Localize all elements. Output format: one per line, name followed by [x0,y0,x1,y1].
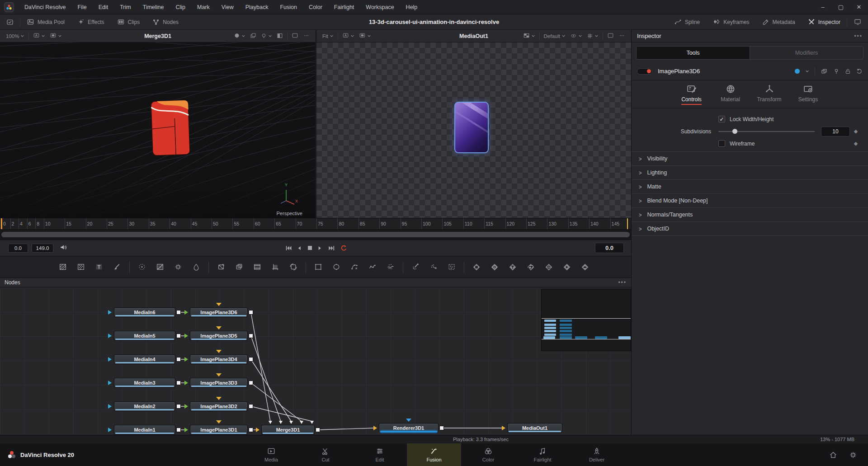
loop-button[interactable] [340,245,347,251]
section-lighting[interactable]: >Lighting [632,166,868,180]
left-viewer-channel-a-button[interactable] [31,30,47,42]
ui-layout-toggle[interactable] [0,14,20,29]
left-viewer-options-button[interactable] [301,30,312,42]
right-output-viewport[interactable] [316,42,631,218]
text-plus-tool[interactable] [93,261,105,273]
brightness-contrast-tool[interactable] [172,261,184,273]
subtab-material[interactable]: Material [713,84,748,108]
section-visibility[interactable]: >Visibility [632,152,868,166]
stop-button[interactable] [307,245,313,251]
maximize-button[interactable]: ▢ [832,0,850,14]
nodes-button[interactable]: Nodes [146,14,185,30]
lock-icon[interactable] [845,68,851,75]
lock-width-height-checkbox[interactable]: ✓ [718,116,725,122]
scrollbar-handle[interactable] [1,232,630,237]
menu-file[interactable]: File [71,0,92,14]
node-imageplane3d6[interactable]: ImagePlane3D6 [190,307,248,317]
pemitter-tool[interactable] [410,261,421,273]
node-imageplane3d2[interactable]: ImagePlane3D2 [190,401,248,411]
color-corrector-tool[interactable] [136,261,148,273]
node-mediain6[interactable]: MediaIn6 [114,307,175,317]
close-button[interactable]: ✕ [850,0,868,14]
letterbox-tool[interactable] [251,261,263,273]
node-mediain5[interactable]: MediaIn5 [114,331,175,341]
rectangle-mask-tool[interactable] [312,261,324,273]
node-merge3d1[interactable]: Merge3D1 [261,425,315,435]
inspector-options-button[interactable]: ••• [854,33,863,39]
menu-mark[interactable]: Mark [191,0,216,14]
node-renderer3d1[interactable]: Renderer3D1 [379,423,439,433]
menu-fairlight[interactable]: Fairlight [328,0,360,14]
subdivisions-value[interactable]: 10 [821,127,850,137]
left-viewer-zoom-select[interactable]: 100% [4,30,27,42]
minimize-button[interactable]: – [814,0,832,14]
right-viewer-frame-button[interactable] [605,30,616,42]
panel-layout-button[interactable] [847,14,868,29]
page-tab-color[interactable]: Color [461,443,515,466]
right-viewer-options-button[interactable] [616,30,627,42]
right-viewer-channel-a-button[interactable] [340,30,357,42]
merge-3d-tool[interactable] [525,261,537,273]
menu-clip[interactable]: Clip [170,0,192,14]
dve-tool[interactable] [233,261,245,273]
media-pool-button[interactable]: Media Pool [20,14,71,30]
text-3d-tool[interactable] [507,261,519,273]
clips-button[interactable]: Clips [111,14,146,30]
shape-3d-tool[interactable] [489,261,500,273]
right-viewer-fill-button[interactable] [357,30,373,42]
resize-tool[interactable] [288,261,299,273]
node-graph-minimap[interactable] [541,289,631,351]
node-graph[interactable]: MediaIn6MediaIn5MediaIn4MediaIn3MediaIn2… [0,287,631,435]
right-viewer-fit-select[interactable]: Fit [320,30,336,42]
crop-tool[interactable] [269,261,281,273]
node-enable-toggle[interactable] [637,68,652,75]
paint-tool[interactable] [111,261,123,273]
menu-workspace[interactable]: Workspace [360,0,400,14]
magic-wand-mask-tool[interactable] [385,261,396,273]
node-color-dropdown[interactable] [805,69,809,73]
bspline-mask-tool[interactable] [367,261,378,273]
menu-playback[interactable]: Playback [240,0,274,14]
page-tab-fusion[interactable]: Fusion [407,443,461,466]
go-last-frame-button[interactable] [327,245,335,251]
play-button[interactable] [317,245,323,251]
polygon-mask-tool[interactable] [349,261,360,273]
page-tab-edit[interactable]: Edit [353,443,407,466]
prender-tool[interactable] [446,261,458,273]
inspector-tab-tools[interactable]: Tools [637,47,750,59]
image-plane-3d-tool[interactable] [471,261,482,273]
step-back-button[interactable] [297,245,302,251]
section-objectid[interactable]: >ObjectID [632,222,868,236]
left-viewer-color-button[interactable] [231,30,248,42]
page-tab-media[interactable]: Media [244,443,298,466]
right-viewer-eye-button[interactable] [568,30,585,42]
color-curves-tool[interactable] [154,261,166,273]
metadata-button[interactable]: Metadata [756,14,802,30]
subtab-settings[interactable]: Settings [791,84,826,108]
red-card-object[interactable] [151,100,190,156]
inspector-tab-modifiers[interactable]: Modifiers [750,47,863,59]
menu-davinci-resolve[interactable]: DaVinci Resolve [19,0,71,14]
node-imageplane3d5[interactable]: ImagePlane3D5 [190,331,248,341]
menu-edit[interactable]: Edit [93,0,114,14]
page-tab-deliver[interactable]: Deliver [570,443,624,466]
renderer-3d-tool[interactable] [579,261,591,273]
keyframes-button[interactable]: Keyframes [706,14,755,30]
wireframe-checkbox[interactable] [718,140,725,147]
subdivisions-slider[interactable] [718,131,815,132]
left-viewer-split-button[interactable] [274,30,285,42]
spotlight-tool[interactable] [561,261,573,273]
subtab-controls[interactable]: Controls [675,84,709,108]
node-mediaout1[interactable]: MediaOut1 [507,423,562,433]
fast-noise-tool[interactable] [75,261,87,273]
left-viewer-frame-button[interactable] [289,30,301,42]
right-viewer-lut-select[interactable]: Default [542,30,568,42]
pspawn-tool[interactable] [428,261,439,273]
section-matte[interactable]: >Matte [632,180,868,194]
wireframe-keyframe-icon[interactable]: ◆ [850,141,862,146]
subtab-transform[interactable]: Transform [752,84,787,108]
left-viewer-layers-button[interactable] [248,30,259,42]
node-mediain3[interactable]: MediaIn3 [114,378,175,388]
menu-fusion[interactable]: Fusion [274,0,303,14]
page-tab-fairlight[interactable]: Fairlight [515,443,570,466]
